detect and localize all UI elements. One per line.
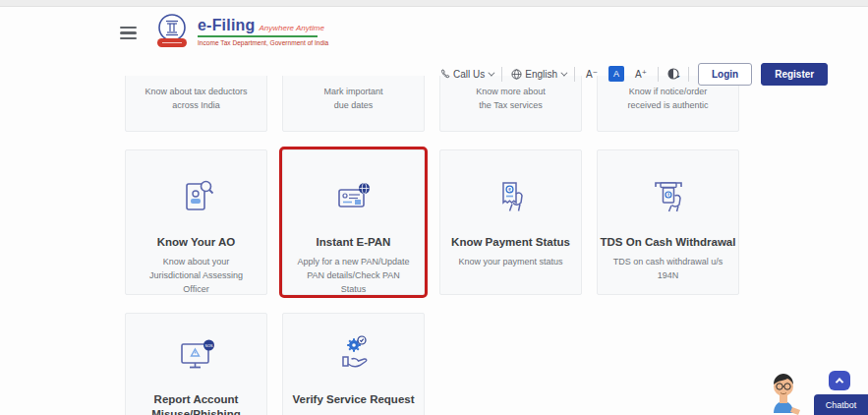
contrast-toggle-icon[interactable] bbox=[667, 68, 679, 80]
receipt-in-hand-icon: ₹ bbox=[440, 174, 581, 221]
font-increase-button[interactable]: A⁺ bbox=[633, 68, 649, 81]
card-title: Know Your AO bbox=[126, 235, 266, 250]
divider bbox=[658, 67, 659, 82]
monitor-warning-icon: SOS bbox=[126, 331, 266, 379]
brand-tagline: Anywhere Anytime bbox=[259, 24, 323, 32]
login-button[interactable]: Login bbox=[698, 63, 752, 86]
atm-cash-hand-icon: ₹ bbox=[598, 174, 738, 221]
language-label: English bbox=[525, 69, 557, 80]
font-normal-button[interactable]: A bbox=[608, 66, 624, 82]
divider bbox=[501, 67, 502, 82]
card-title: TDS On Cash Withdrawal bbox=[598, 235, 738, 250]
browser-top-strip bbox=[0, 0, 868, 7]
svg-text:₹: ₹ bbox=[666, 193, 669, 198]
card-title: Know Payment Status bbox=[440, 235, 581, 250]
brand-title: e-Filing bbox=[198, 17, 255, 34]
card-know-your-ao[interactable]: Know Your AO Know about your Jurisdictio… bbox=[125, 149, 267, 295]
card-know-payment-status[interactable]: ₹ Know Payment Status Know your payment … bbox=[439, 149, 582, 295]
phone-icon bbox=[440, 69, 450, 79]
card-subtitle: Apply for a new PAN/Update PAN details/C… bbox=[283, 256, 424, 297]
card-title: Report Account Misuse/Phishing bbox=[126, 392, 266, 415]
font-decrease-button[interactable]: A⁻ bbox=[584, 68, 600, 81]
chevron-down-icon bbox=[560, 69, 567, 76]
card-title: Instant E-PAN bbox=[283, 235, 424, 250]
card-subtitle: Know your payment status bbox=[440, 256, 581, 269]
call-us-dropdown[interactable]: Call Us bbox=[440, 69, 492, 80]
divider bbox=[574, 67, 575, 82]
language-dropdown[interactable]: English bbox=[511, 69, 565, 80]
income-tax-emblem-icon bbox=[153, 12, 191, 51]
globe-icon bbox=[511, 69, 522, 80]
hand-gear-check-icon bbox=[283, 331, 424, 379]
chevron-up-icon bbox=[836, 378, 843, 385]
chevron-down-icon bbox=[489, 69, 495, 76]
svg-text:SOS: SOS bbox=[204, 343, 213, 348]
chatbot-expand-button[interactable] bbox=[829, 371, 850, 390]
card-instant-epan[interactable]: Instant E-PAN Apply for a new PAN/Update… bbox=[282, 149, 425, 295]
card-title: Verify Service Request bbox=[283, 392, 424, 407]
card-subtitle: Know if notice/order received is authent… bbox=[602, 86, 734, 113]
hamburger-menu-icon[interactable] bbox=[120, 27, 137, 39]
toolbar: Call Us English A⁻ A A⁺ Login Register bbox=[440, 61, 828, 87]
card-report-misuse-phishing[interactable]: SOS Report Account Misuse/Phishing bbox=[125, 313, 267, 415]
brand-department: Income Tax Department, Government of Ind… bbox=[198, 39, 328, 46]
document-person-search-icon bbox=[126, 174, 266, 221]
brand-text: e-Filing Anywhere Anytime Income Tax Dep… bbox=[198, 17, 328, 46]
card-tds-cash-withdrawal[interactable]: ₹ TDS On Cash Withdrawal TDS on cash wit… bbox=[597, 149, 739, 295]
divider bbox=[688, 67, 689, 82]
card-subtitle: TDS on cash withdrawal u/s 194N bbox=[598, 256, 738, 283]
register-button[interactable]: Register bbox=[761, 63, 828, 86]
card-subtitle: Know more about the Tax services bbox=[444, 86, 577, 113]
card-verify-service-request[interactable]: Verify Service Request Verify pending se… bbox=[282, 313, 425, 415]
card-subtitle: Mark important due dates bbox=[287, 86, 420, 113]
chatbot-avatar[interactable] bbox=[760, 368, 807, 415]
chatbot-label: Chatbot bbox=[826, 400, 857, 410]
call-us-label: Call Us bbox=[453, 69, 485, 80]
efiling-portal-page: e-Filing Anywhere Anytime Income Tax Dep… bbox=[0, 0, 868, 415]
chatbot-widget: Chatbot bbox=[760, 366, 868, 415]
chatbot-button[interactable]: Chatbot bbox=[814, 394, 868, 415]
card-subtitle: Know about tax deductors across India bbox=[130, 86, 262, 113]
card-subtitle: Know about your Jurisdictional Assessing… bbox=[126, 256, 266, 297]
brand-underline bbox=[198, 35, 318, 37]
pan-card-globe-icon bbox=[283, 174, 424, 221]
svg-text:₹: ₹ bbox=[507, 187, 511, 193]
